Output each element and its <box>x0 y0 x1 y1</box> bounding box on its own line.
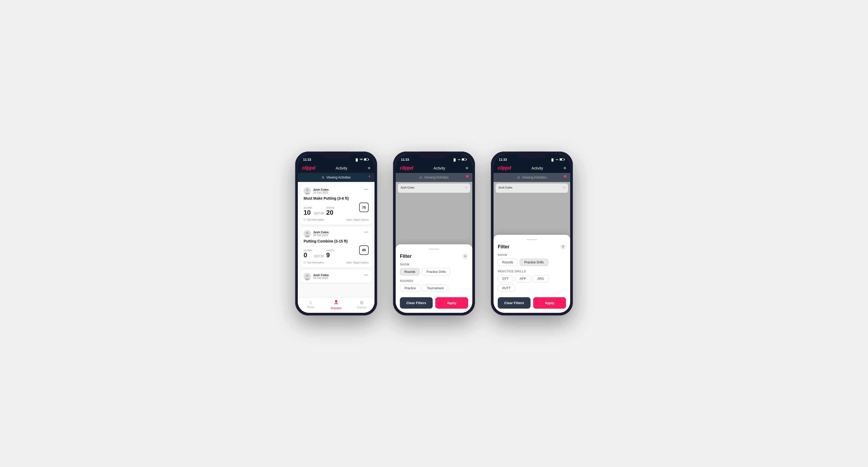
bg-dots-3: ••• <box>562 186 565 189</box>
user-info-2: Josh Coles 28 Feb 2023 <box>304 230 329 238</box>
capture-label-1: Capture <box>357 306 367 309</box>
score-group-2: Score 0 <box>304 249 312 259</box>
user-info-1: Josh Coles 28 Feb 2023 <box>304 187 329 195</box>
more-dots-1[interactable]: ••• <box>364 187 369 191</box>
chip-practice-drills-2[interactable]: Practice Drills <box>422 268 450 276</box>
card-header-3: Josh Coles 28 Feb 2023 ••• <box>304 273 369 280</box>
test-info-label-2: Test Information <box>307 261 324 264</box>
apply-button-3[interactable]: Apply <box>533 297 566 309</box>
viewing-text-bg-2: Viewing Activities <box>424 176 448 179</box>
shots-group-1: Shots 20 <box>327 207 335 216</box>
logo-1: clippd <box>302 165 315 171</box>
out-of-1: OUT OF <box>314 212 324 215</box>
user-details-1: Josh Coles 28 Feb 2023 <box>313 188 329 194</box>
activity-card-3[interactable]: Josh Coles 28 Feb 2023 ••• <box>301 270 372 283</box>
apply-button-2[interactable]: Apply <box>435 297 468 309</box>
svg-rect-2 <box>364 159 366 160</box>
more-dots-2[interactable]: ••• <box>364 230 369 234</box>
filter-modal-3: Filter ✕ Show Rounds Practice Drills Pra… <box>494 235 570 313</box>
avatar-1 <box>304 187 311 195</box>
chip-app-3[interactable]: APP <box>515 275 530 282</box>
bg-card-2: Josh Coles ••• <box>398 184 470 193</box>
activities-icon-1 <box>334 300 339 306</box>
status-time-1: 11:33 <box>303 158 311 162</box>
svg-rect-19 <box>564 159 565 160</box>
screen-1: 11:33 ▐▌ clippd Activity ≡ <box>298 154 374 313</box>
svg-rect-16 <box>467 159 467 160</box>
practice-drills-label-3: Practice Drills <box>498 270 566 273</box>
chip-arg-3[interactable]: ARG <box>533 275 549 282</box>
nav-bar-1: clippd Activity ≡ <box>298 163 374 173</box>
notch-2 <box>421 152 447 158</box>
test-info-label-1: Test Information <box>307 218 324 221</box>
chip-putt-3[interactable]: PUTT <box>498 284 515 292</box>
clear-filters-button-3[interactable]: Clear Filters <box>498 297 530 309</box>
filter-screen-2: ⊞ Viewing Activities Josh Coles ••• Filt… <box>396 173 472 313</box>
card-title-2: Putting Combine (3-15 ft) <box>304 239 369 243</box>
modal-footer-2: Clear Filters Apply <box>400 297 468 309</box>
modal-close-2[interactable]: ✕ <box>462 253 468 259</box>
nav-title-1: Activity <box>336 166 347 170</box>
chip-rounds-3[interactable]: Rounds <box>498 259 518 266</box>
menu-icon-3[interactable]: ≡ <box>564 166 566 170</box>
modal-close-3[interactable]: ✕ <box>560 244 566 250</box>
nav-item-capture-1[interactable]: ⊕ Capture <box>349 300 374 310</box>
chip-rounds-2[interactable]: Rounds <box>400 268 420 276</box>
menu-icon-1[interactable]: ≡ <box>368 166 370 170</box>
modal-header-3: Filter ✕ <box>498 244 566 250</box>
activity-list-1[interactable]: Josh Coles 28 Feb 2023 ••• Must Make Put… <box>298 182 374 297</box>
nav-bar-3: clippd Activity ≡ <box>494 163 570 173</box>
bg-dots-2: ••• <box>465 186 468 189</box>
signal-icon-1: ▐▌ <box>355 158 359 161</box>
svg-point-4 <box>306 189 309 191</box>
chip-practice-2[interactable]: Practice <box>400 284 420 292</box>
filter-modal-2: Filter ✕ Show Rounds Practice Drills Rou… <box>396 244 472 313</box>
chip-ott-3[interactable]: OTT <box>498 275 513 282</box>
clear-filters-button-2[interactable]: Clear Filters <box>400 297 433 309</box>
nav-title-2: Activity <box>433 166 445 170</box>
chip-practice-drills-3[interactable]: Practice Drills <box>520 259 548 266</box>
shots-value-1: 20 <box>327 209 335 216</box>
card-header-1: Josh Coles 28 Feb 2023 ••• <box>304 187 369 195</box>
user-details-3: Josh Coles 28 Feb 2023 <box>313 274 329 280</box>
filter-icon-3: ⊞ <box>517 176 520 179</box>
dot-bg-3 <box>564 175 566 178</box>
avatar-svg-3 <box>304 273 311 280</box>
viewing-bar-1[interactable]: ⊞ Viewing Activities <box>298 173 374 182</box>
viewing-text-bg-3: Viewing Activities <box>522 176 547 179</box>
shot-quality-badge-2: 45 <box>359 245 369 255</box>
signal-icon-3: ▐▌ <box>551 158 554 161</box>
wifi-icon-1 <box>360 158 363 161</box>
activity-card-1[interactable]: Josh Coles 28 Feb 2023 ••• Must Make Put… <box>301 184 372 225</box>
chip-tournament-2[interactable]: Tournament <box>422 284 448 292</box>
show-label-2: Show <box>400 263 468 266</box>
svg-point-12 <box>335 300 337 302</box>
nav-item-home-1[interactable]: ⌂ Home <box>298 300 323 310</box>
show-chips-3: Rounds Practice Drills <box>498 259 566 266</box>
activity-card-2[interactable]: Josh Coles 28 Feb 2023 ••• Putting Combi… <box>301 227 372 268</box>
practice-drills-chips-3: OTT APP ARG PUTT <box>498 275 566 292</box>
shots-label-1: Shots <box>327 207 335 209</box>
signal-icon-2: ▐▌ <box>453 158 457 161</box>
info-icon-2: ⓘ <box>304 261 306 264</box>
modal-handle-2 <box>429 249 439 250</box>
card-title-1: Must Make Putting (3-6 ft) <box>304 196 369 200</box>
menu-icon-2[interactable]: ≡ <box>466 166 468 170</box>
wifi-icon-2 <box>458 158 461 161</box>
bottom-nav-1: ⌂ Home Activities ⊕ <box>298 297 374 313</box>
filter-title-3: Filter <box>498 244 509 250</box>
nav-item-activities-1[interactable]: Activities <box>323 300 349 310</box>
user-name-3: Josh Coles <box>313 274 329 277</box>
screen-2: 11:33 ▐▌ clippd Activity ≡ <box>396 154 472 313</box>
card-footer-2: ⓘ Test Information Data: Clippd Capture <box>304 261 369 264</box>
test-info-1: ⓘ Test Information <box>304 218 324 222</box>
phone-1: 11:33 ▐▌ clippd Activity ≡ <box>295 152 377 315</box>
modal-header-2: Filter ✕ <box>400 253 468 259</box>
phone-2: 11:33 ▐▌ clippd Activity ≡ <box>393 152 475 315</box>
bg-card-3: Josh Coles ••• <box>496 184 568 193</box>
more-dots-3[interactable]: ••• <box>364 273 369 277</box>
bg-name-3: Josh Coles <box>498 186 512 189</box>
svg-point-7 <box>306 232 309 234</box>
screen-3: 11:33 ▐▌ clippd Activity ≡ <box>494 154 570 313</box>
bg-user-2: Josh Coles ••• <box>400 186 468 189</box>
